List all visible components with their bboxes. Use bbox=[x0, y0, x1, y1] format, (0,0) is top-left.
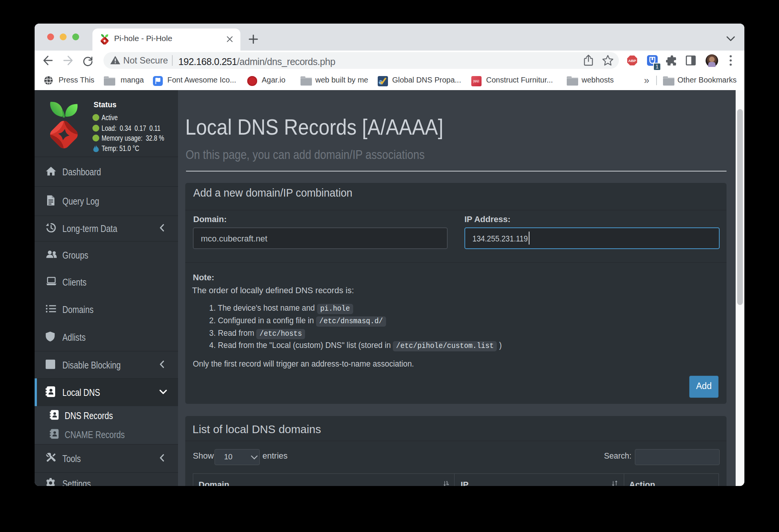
svg-text:ABP: ABP bbox=[628, 59, 636, 63]
